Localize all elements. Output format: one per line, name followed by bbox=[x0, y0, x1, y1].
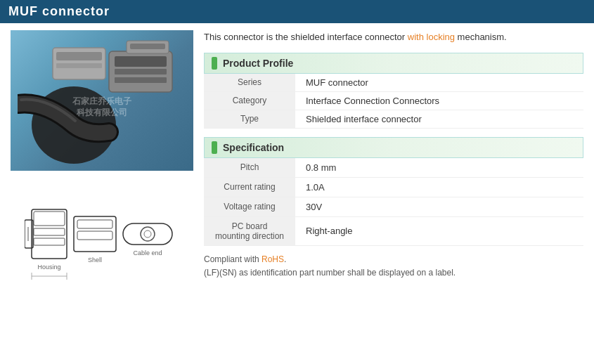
table-row: Voltage rating 30V bbox=[204, 197, 583, 216]
table-row: Category Interface Connection Connectors bbox=[204, 91, 583, 110]
label-category: Category bbox=[204, 91, 295, 110]
table-row: Current rating 1.0A bbox=[204, 177, 583, 197]
footnote-compliant-text: Compliant with bbox=[204, 254, 262, 264]
svg-text:Housing: Housing bbox=[37, 264, 60, 271]
product-photo-bg: 石家庄乔乐电子 科技有限公司 bbox=[11, 30, 193, 171]
footnote: Compliant with RoHS. (LF)(SN) as identif… bbox=[204, 253, 583, 280]
value-mounting-direction: Right-angle bbox=[295, 216, 583, 245]
intro-text-after: mechanism. bbox=[455, 32, 507, 42]
value-category: Interface Connection Connectors bbox=[295, 91, 583, 110]
svg-rect-8 bbox=[56, 52, 102, 60]
svg-rect-15 bbox=[34, 238, 65, 245]
spec-table: Pitch 0.8 mm Current rating 1.0A Voltage… bbox=[204, 158, 583, 246]
main-content: 石家庄乔乐电子 科技有限公司 bbox=[0, 23, 594, 297]
table-row: Type Shielded interface connector bbox=[204, 110, 583, 128]
value-current-rating: 1.0A bbox=[295, 177, 583, 197]
svg-rect-3 bbox=[115, 77, 167, 83]
svg-rect-14 bbox=[34, 228, 65, 235]
svg-text:Cable end: Cable end bbox=[133, 249, 162, 256]
intro-highlight: with locking bbox=[408, 32, 455, 42]
value-series: MUF connector bbox=[295, 74, 583, 92]
value-voltage-rating: 30V bbox=[295, 197, 583, 216]
product-drawing: Housing Shell Cable end bbox=[11, 178, 193, 290]
svg-rect-18 bbox=[74, 216, 116, 252]
svg-rect-1 bbox=[115, 56, 167, 67]
table-row: Pitch 0.8 mm bbox=[204, 158, 583, 178]
label-current-rating: Current rating bbox=[204, 177, 295, 197]
connector-photo-svg: 石家庄乔乐电子 科技有限公司 bbox=[18, 34, 186, 167]
footnote-line2: (LF)(SN) as identification part number s… bbox=[204, 266, 583, 280]
svg-rect-13 bbox=[34, 212, 65, 226]
section-icon-profile bbox=[212, 57, 217, 70]
svg-rect-20 bbox=[77, 231, 112, 240]
intro-text: This connector is the shielded interface… bbox=[204, 30, 583, 44]
footnote-line1: Compliant with RoHS. bbox=[204, 253, 583, 266]
label-mounting-direction: PC boardmounting direction bbox=[204, 216, 295, 245]
label-pitch: Pitch bbox=[204, 158, 295, 178]
value-type: Shielded interface connector bbox=[295, 110, 583, 128]
svg-rect-12 bbox=[32, 209, 67, 259]
connector-drawing-svg: Housing Shell Cable end bbox=[25, 181, 179, 287]
svg-point-22 bbox=[141, 227, 155, 241]
product-profile-header: Product Profile bbox=[204, 53, 583, 74]
svg-text:科技有限公司: 科技有限公司 bbox=[76, 108, 127, 117]
svg-text:Shell: Shell bbox=[88, 256, 102, 264]
header-bar: MUF connector bbox=[0, 0, 594, 23]
product-photo: 石家庄乔乐电子 科技有限公司 bbox=[11, 30, 193, 171]
product-profile-title: Product Profile bbox=[223, 58, 293, 69]
svg-point-23 bbox=[144, 230, 151, 238]
intro-text-before: This connector is the shielded interface… bbox=[204, 32, 408, 42]
label-type: Type bbox=[204, 110, 295, 128]
profile-table: Series MUF connector Category Interface … bbox=[204, 74, 583, 129]
value-pitch: 0.8 mm bbox=[295, 158, 583, 178]
label-voltage-rating: Voltage rating bbox=[204, 197, 295, 216]
section-icon-spec bbox=[212, 141, 217, 154]
footnote-period: . bbox=[284, 254, 286, 264]
specification-title: Specification bbox=[223, 142, 284, 153]
right-column: This connector is the shielded interface… bbox=[204, 30, 583, 290]
svg-rect-2 bbox=[115, 69, 167, 74]
specification-section: Specification Pitch 0.8 mm Current ratin… bbox=[204, 137, 583, 246]
table-row: Series MUF connector bbox=[204, 74, 583, 92]
page-title: MUF connector bbox=[8, 4, 110, 19]
footnote-rohs: RoHS bbox=[262, 254, 284, 264]
svg-text:石家庄乔乐电子: 石家庄乔乐电子 bbox=[72, 96, 131, 106]
svg-rect-19 bbox=[77, 220, 112, 228]
svg-rect-5 bbox=[130, 44, 165, 49]
svg-rect-9 bbox=[56, 63, 102, 68]
left-column: 石家庄乔乐电子 科技有限公司 bbox=[11, 30, 193, 290]
label-series: Series bbox=[204, 74, 295, 92]
table-row: PC boardmounting direction Right-angle bbox=[204, 216, 583, 245]
specification-header: Specification bbox=[204, 137, 583, 158]
